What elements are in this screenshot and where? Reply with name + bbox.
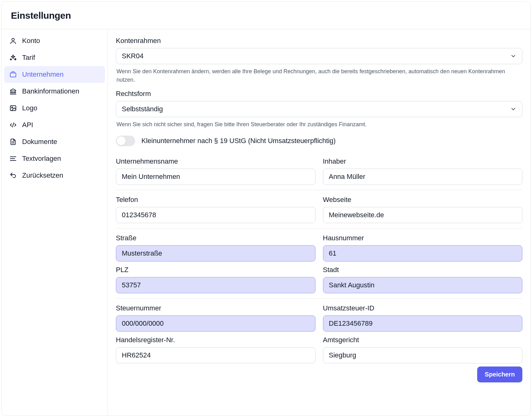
- rechtsform-label: Rechtsform: [116, 90, 522, 98]
- sidebar-item-konto[interactable]: Konto: [4, 32, 105, 49]
- user-icon: [9, 37, 17, 45]
- svg-rect-1: [10, 73, 16, 77]
- sidebar-item-label: Zurücksetzen: [22, 172, 63, 179]
- sidebar-item-zuruecksetzen[interactable]: Zurücksetzen: [4, 167, 105, 184]
- webseite-label: Webseite: [323, 196, 523, 204]
- rechtsform-hint: Wenn Sie sich nicht sicher sind, fragen …: [116, 120, 522, 129]
- image-icon: [9, 104, 17, 112]
- handelsregister-input[interactable]: [116, 347, 316, 363]
- sidebar-item-label: Bankinformationen: [22, 88, 79, 95]
- rechtsform-select[interactable]: Selbstständig: [116, 101, 522, 117]
- chevron-down-icon: [510, 106, 516, 112]
- rechtsform-value: Selbstständig: [122, 105, 163, 113]
- webseite-input[interactable]: [323, 207, 523, 223]
- sidebar-item-label: Konto: [22, 37, 40, 44]
- divider: [116, 228, 522, 228]
- inhaber-input[interactable]: [323, 169, 523, 185]
- code-icon: [9, 121, 17, 129]
- company-settings-form: Kontenrahmen SKR04 Wenn Sie den Kontenra…: [108, 29, 530, 415]
- text-icon: [9, 155, 17, 163]
- hausnummer-label: Hausnummer: [323, 234, 523, 242]
- strasse-input[interactable]: [116, 245, 316, 261]
- svg-point-0: [12, 38, 14, 41]
- strasse-label: Straße: [116, 234, 316, 242]
- ustid-input[interactable]: [323, 315, 523, 332]
- kontenrahmen-label: Kontenrahmen: [116, 37, 522, 45]
- unternehmensname-input[interactable]: [116, 169, 316, 185]
- plz-label: PLZ: [116, 266, 316, 274]
- sidebar-item-label: Tarif: [22, 54, 35, 61]
- sidebar-item-label: API: [22, 122, 33, 128]
- svg-point-3: [12, 107, 13, 108]
- kleinunternehmer-toggle[interactable]: [116, 136, 135, 146]
- sidebar-item-tarif[interactable]: Tarif: [4, 49, 105, 66]
- document-icon: [9, 138, 17, 146]
- sidebar-item-textvorlagen[interactable]: Textvorlagen: [4, 150, 105, 167]
- steuernummer-label: Steuernummer: [116, 304, 316, 312]
- divider: [116, 298, 522, 299]
- inhaber-label: Inhaber: [323, 157, 523, 165]
- kontenrahmen-hint: Wenn Sie den Kontenrahmen ändern, werden…: [116, 67, 522, 84]
- page-title: Einstellungen: [11, 10, 521, 21]
- chevron-down-icon: [510, 53, 516, 59]
- steuernummer-input[interactable]: [116, 315, 316, 332]
- sidebar-item-bankinformationen[interactable]: Bankinformationen: [4, 83, 105, 100]
- sidebar-item-label: Dokumente: [22, 138, 57, 145]
- unternehmensname-label: Unternehmensname: [116, 157, 316, 165]
- kontenrahmen-value: SKR04: [122, 52, 144, 60]
- amtsgericht-input[interactable]: [323, 347, 523, 363]
- bank-icon: [9, 87, 17, 95]
- reset-icon: [9, 171, 17, 180]
- sidebar-item-dokumente[interactable]: Dokumente: [4, 133, 105, 150]
- ustid-label: Umsatzsteuer-ID: [323, 304, 523, 312]
- kleinunternehmer-label: Kleinunternehmer nach § 19 UStG (Nicht U…: [141, 137, 336, 145]
- kontenrahmen-select[interactable]: SKR04: [116, 48, 522, 64]
- handelsregister-label: Handelsregister-Nr.: [116, 336, 316, 344]
- plz-input[interactable]: [116, 277, 316, 293]
- sidebar-item-label: Unternehmen: [22, 71, 64, 78]
- sidebar-item-api[interactable]: API: [4, 117, 105, 133]
- briefcase-icon: [9, 70, 17, 79]
- telefon-input[interactable]: [116, 207, 316, 223]
- sidebar-item-label: Textvorlagen: [22, 155, 61, 162]
- sidebar-item-label: Logo: [22, 105, 37, 112]
- divider: [116, 190, 522, 190]
- amtsgericht-label: Amtsgericht: [323, 336, 523, 344]
- sparkles-icon: [9, 54, 17, 62]
- save-button[interactable]: Speichern: [477, 367, 522, 382]
- toggle-knob: [117, 137, 126, 145]
- sidebar-item-unternehmen[interactable]: Unternehmen: [4, 66, 105, 83]
- sidebar-item-logo[interactable]: Logo: [4, 100, 105, 117]
- settings-sidebar: Konto Tarif Unternehmen Bankinformatione…: [2, 29, 108, 415]
- stadt-label: Stadt: [323, 266, 523, 274]
- stadt-input[interactable]: [323, 277, 523, 293]
- telefon-label: Telefon: [116, 196, 316, 204]
- hausnummer-input[interactable]: [323, 245, 523, 261]
